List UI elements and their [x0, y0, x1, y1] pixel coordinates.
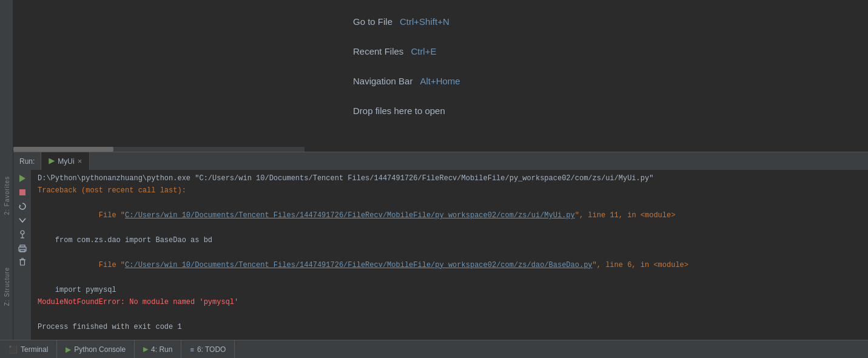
status-bar: ⬛ Terminal ▶ Python Console ▶ 4: Run ≡ 6… [0, 340, 868, 358]
console-line-file2: File "C:/Users/win 10/Documents/Tencent … [38, 246, 862, 283]
left-sidebar: 2: Favorites Z: Structure [0, 0, 13, 340]
run-tab-play-icon [49, 158, 55, 164]
console-line-exit: Process finished with exit code 1 [38, 321, 862, 333]
pin-icon [19, 230, 26, 238]
file1-pre: File " [90, 211, 125, 220]
bottom-section: Run: MyUi × [13, 152, 868, 340]
navigate-panel: Go to File Ctrl+Shift+N Recent Files Ctr… [304, 0, 868, 152]
console-line-error: ModuleNotFoundError: No module named 'py… [38, 296, 862, 308]
file2-pre: File " [90, 261, 125, 269]
cmd-text: D:\Python\pythonanzhuang\python.exe "C:/… [38, 174, 653, 183]
top-section: Go to File Ctrl+Shift+N Recent Files Ctr… [13, 0, 868, 152]
todo-status-item[interactable]: ≡ 6: TODO [181, 340, 235, 358]
goto-file-shortcut: Ctrl+Shift+N [400, 16, 449, 27]
rerun-button[interactable] [16, 201, 29, 212]
pin-button[interactable] [16, 229, 29, 240]
file2-link[interactable]: C:/Users/win 10/Documents/Tencent Files/… [125, 261, 593, 269]
python-console-label: Python Console [74, 345, 126, 354]
console-line-blank [38, 308, 862, 320]
terminal-status-item[interactable]: ⬛ Terminal [0, 340, 57, 358]
scroll-down-icon [18, 216, 27, 225]
svg-marker-0 [19, 204, 21, 206]
stop-icon [19, 189, 25, 195]
goto-file-item[interactable]: Go to File Ctrl+Shift+N [353, 9, 832, 34]
nav-bar-label: Navigation Bar [353, 76, 412, 86]
console-line-cmd: D:\Python\pythonanzhuang\python.exe "C:/… [38, 172, 862, 184]
structure-label-wrap: Z: Structure [3, 267, 10, 309]
play-icon [19, 175, 25, 182]
content-area: Go to File Ctrl+Shift+N Recent Files Ctr… [13, 0, 868, 340]
run-status-icon: ▶ [143, 345, 148, 353]
terminal-icon: ⬛ [8, 345, 18, 354]
error-text: ModuleNotFoundError: No module named 'py… [38, 298, 238, 306]
run-tab-myui[interactable]: MyUi × [41, 152, 90, 170]
console-line-from: from com.zs.dao import BaseDao as bd [38, 234, 862, 246]
nav-bar-shortcut: Alt+Home [420, 76, 460, 86]
print-icon [18, 245, 27, 252]
svg-rect-7 [20, 260, 24, 265]
svg-rect-5 [20, 245, 25, 247]
file1-post: ", line 11, in <module> [575, 211, 676, 220]
from-text: from com.zs.dao import BaseDao as bd [38, 236, 212, 245]
console-output[interactable]: D:\Python\pythonanzhuang\python.exe "C:/… [32, 170, 868, 340]
run-tab-close[interactable]: × [78, 157, 82, 166]
console-section: D:\Python\pythonanzhuang\python.exe "C:/… [13, 170, 868, 340]
scroll-down-button[interactable] [16, 215, 29, 226]
stop-button[interactable] [16, 187, 29, 198]
structure-label: Z: Structure [3, 267, 10, 306]
editor-scrollbar[interactable] [13, 147, 304, 152]
recent-files-shortcut: Ctrl+E [411, 46, 436, 56]
favorites-label: 2: Favorites [3, 176, 10, 215]
file1-link[interactable]: C:/Users/win 10/Documents/Tencent Files/… [125, 211, 575, 220]
traceback-text: Traceback (most recent call last): [38, 186, 186, 195]
rerun-icon [18, 202, 27, 211]
drop-files-text: Drop files here to open [353, 106, 445, 116]
svg-point-1 [21, 231, 24, 234]
goto-file-label: Go to File [353, 16, 392, 27]
python-console-status-item[interactable]: ▶ Python Console [57, 340, 135, 358]
run-tab-row: Run: MyUi × [13, 152, 868, 170]
editor-scrollbar-thumb[interactable] [13, 147, 113, 152]
favorites-label-wrap: 2: Favorites [3, 176, 10, 218]
python-console-icon: ▶ [66, 345, 71, 354]
run-tab-name: MyUi [58, 157, 74, 166]
run-label: Run: [13, 152, 41, 170]
print-button[interactable] [16, 243, 29, 254]
run-status-item[interactable]: ▶ 4: Run [135, 340, 181, 358]
import-text: import pymysql [38, 286, 116, 294]
play-button[interactable] [16, 173, 29, 184]
recent-files-label: Recent Files [353, 46, 403, 56]
console-line-file1: File "C:/Users/win 10/Documents/Tencent … [38, 197, 862, 234]
delete-button[interactable] [16, 257, 29, 268]
console-line-import: import pymysql [38, 284, 862, 296]
editor-placeholder [13, 0, 304, 152]
todo-icon: ≡ [190, 346, 193, 353]
terminal-label: Terminal [21, 345, 48, 354]
delete-icon [19, 258, 26, 266]
file2-post: ", line 6, in <module> [593, 261, 688, 269]
nav-bar-item[interactable]: Navigation Bar Alt+Home [353, 69, 832, 93]
recent-files-item[interactable]: Recent Files Ctrl+E [353, 39, 832, 64]
console-line-traceback: Traceback (most recent call last): [38, 184, 862, 197]
drop-files-item: Drop files here to open [353, 98, 832, 123]
todo-label: 6: TODO [197, 345, 226, 354]
run-status-label: 4: Run [151, 345, 172, 354]
main-layout: 2: Favorites Z: Structure Go to File Ctr… [0, 0, 868, 340]
console-toolbar [13, 170, 32, 340]
exit-text: Process finished with exit code 1 [38, 323, 182, 331]
